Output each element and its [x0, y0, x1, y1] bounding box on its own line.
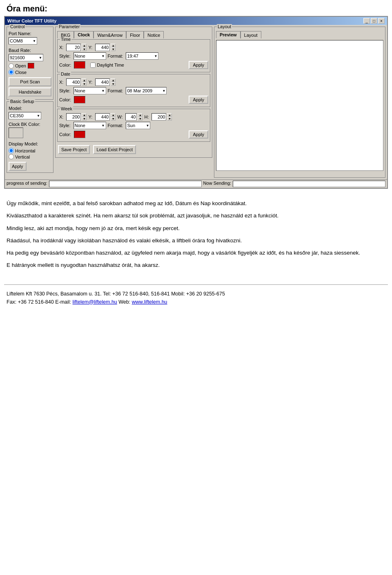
- footer-email-link[interactable]: liftelem@liftelem.hu: [73, 299, 117, 305]
- date-y-input[interactable]: [95, 78, 110, 86]
- vertical-radio[interactable]: [9, 154, 14, 159]
- week-y-down[interactable]: ▼: [111, 117, 116, 121]
- minimize-button[interactable]: _: [363, 18, 370, 24]
- time-format-combo[interactable]: 19:47 ▼: [126, 52, 158, 60]
- progress-field: [49, 181, 202, 187]
- week-h-up[interactable]: ▲: [167, 113, 172, 117]
- time-y-spin-buttons: ▲ ▼: [111, 44, 116, 51]
- date-apply-button[interactable]: Apply: [189, 96, 208, 104]
- time-x-down[interactable]: ▼: [82, 47, 87, 51]
- baud-rate-combo[interactable]: 921600 ▼: [9, 54, 43, 61]
- time-y-down[interactable]: ▼: [111, 47, 116, 51]
- footer-line1: Liftelem Kft 7630 Pécs, Basamalom u. 31.…: [7, 290, 385, 298]
- footer-web-mid: Web:: [117, 299, 132, 305]
- week-color-swatch[interactable]: [74, 131, 85, 138]
- layout-panel: Layout Preview Layout: [214, 27, 385, 178]
- control-apply-button[interactable]: Apply: [9, 162, 27, 171]
- load-project-button[interactable]: Load Exist Project: [93, 145, 136, 154]
- time-style-row: Style: None ▼ Format: 19:47 ▼: [59, 52, 208, 60]
- time-x-up[interactable]: ▲: [82, 44, 87, 47]
- date-x-down[interactable]: ▼: [82, 82, 87, 86]
- week-x-up[interactable]: ▲: [82, 113, 87, 117]
- week-w-up[interactable]: ▲: [138, 113, 143, 117]
- date-y-down[interactable]: ▼: [111, 82, 116, 86]
- tab-preview[interactable]: Preview: [216, 31, 241, 38]
- time-style-combo[interactable]: None ▼: [74, 52, 106, 60]
- parameter-group-label: Parameter: [58, 24, 80, 29]
- model-row: Model:: [9, 106, 51, 111]
- date-style-row: Style: None ▼ Format: 08 Mar 2009 ▼: [59, 87, 208, 94]
- open-radio[interactable]: [9, 63, 14, 69]
- date-style-combo[interactable]: None ▼: [74, 87, 106, 94]
- progress-label: progress of sending:: [7, 181, 47, 187]
- body-paragraph-6: E hátrányok mellett is nyugodtan használ…: [7, 261, 385, 269]
- week-format-combo[interactable]: Sun ▼: [126, 122, 150, 129]
- body-paragraph-1: Úgy működik, mint ezelőtt, a bal felső s…: [7, 199, 385, 208]
- footer-divider: [4, 284, 388, 285]
- handshake-button[interactable]: Handshake: [9, 87, 51, 96]
- time-x-spin-buttons: ▲ ▼: [82, 44, 87, 51]
- model-combo[interactable]: CE350 ▼: [9, 112, 41, 119]
- time-color-swatch[interactable]: [74, 61, 85, 69]
- week-subgroup: Week X: ▲ ▼ Y:: [57, 109, 210, 142]
- week-style-combo[interactable]: None ▼: [74, 122, 106, 129]
- display-model-label: Display Model:: [9, 141, 38, 146]
- week-h-input[interactable]: [151, 113, 166, 121]
- status-bar: progress of sending: Now Sending:: [5, 179, 387, 188]
- week-x-down[interactable]: ▼: [82, 117, 87, 121]
- parameter-tabs: BKG Clock Warn&Arrow Floor Notice: [57, 31, 210, 38]
- now-sending-label: Now Sending:: [203, 181, 232, 187]
- week-w-input[interactable]: [125, 113, 137, 121]
- baud-rate-combo-row: 921600 ▼: [9, 54, 51, 61]
- time-y-up[interactable]: ▲: [111, 44, 116, 47]
- week-y-label: Y:: [88, 114, 92, 119]
- time-apply-button[interactable]: Apply: [189, 61, 208, 69]
- week-h-label: H:: [144, 114, 149, 119]
- control-apply-wrapper: Apply: [9, 162, 51, 171]
- week-x-input[interactable]: [66, 113, 81, 121]
- close-button[interactable]: ×: [378, 18, 385, 24]
- week-x-label: X:: [59, 114, 63, 119]
- date-y-up[interactable]: ▲: [111, 78, 116, 82]
- tab-notice[interactable]: Notice: [144, 31, 164, 38]
- week-y-input[interactable]: [95, 113, 110, 121]
- footer-fax-prefix: Fax: +36 72 516-840 E-mail:: [7, 299, 73, 305]
- clock-bk-color-swatch[interactable]: [9, 128, 23, 138]
- time-style-arrow: ▼: [102, 54, 105, 58]
- horizontal-label: Horizontal: [15, 148, 36, 153]
- date-subgroup: Date X: ▲ ▼ Y:: [57, 74, 210, 107]
- tab-layout[interactable]: Layout: [241, 31, 261, 38]
- week-h-down[interactable]: ▼: [167, 117, 172, 121]
- open-label: Open: [15, 63, 26, 68]
- date-x-input[interactable]: [66, 78, 81, 86]
- time-x-input[interactable]: [66, 44, 81, 51]
- bottom-buttons: Save Project Load Exist Project: [57, 143, 210, 156]
- week-apply-button[interactable]: Apply: [189, 130, 208, 139]
- port-name-combo[interactable]: COM8 ▼: [9, 37, 37, 45]
- week-format-label: Format:: [108, 123, 123, 128]
- time-style-value: None: [75, 54, 85, 58]
- tab-floor[interactable]: Floor: [126, 31, 144, 38]
- week-w-down[interactable]: ▼: [138, 117, 143, 121]
- maximize-button[interactable]: □: [371, 18, 377, 24]
- body-text-section: Úgy működik, mint ezelőtt, a bal felső s…: [0, 195, 392, 278]
- tab-clock[interactable]: Clock: [74, 31, 94, 38]
- date-format-combo[interactable]: 08 Mar 2009 ▼: [126, 87, 167, 94]
- date-style-label: Style:: [59, 88, 71, 93]
- port-name-value: COM8: [10, 38, 23, 43]
- week-y-up[interactable]: ▲: [111, 113, 116, 117]
- time-y-input[interactable]: [95, 44, 110, 51]
- footer-website-link[interactable]: www.liftelem.hu: [132, 299, 167, 305]
- close-radio-row: Close: [9, 69, 51, 75]
- horizontal-radio[interactable]: [9, 148, 14, 153]
- display-model-radio-group: Horizontal Vertical: [9, 148, 51, 159]
- close-radio[interactable]: [9, 69, 14, 75]
- port-scan-button[interactable]: Port Scan: [9, 77, 51, 86]
- time-group-label: Time: [60, 37, 71, 42]
- date-x-up[interactable]: ▲: [82, 78, 87, 82]
- layout-group-label: Layout: [217, 24, 232, 29]
- save-project-button[interactable]: Save Project: [58, 145, 90, 154]
- tab-warn-arrow[interactable]: Warn&Arrow: [94, 31, 126, 38]
- daylight-checkbox[interactable]: [90, 63, 96, 68]
- date-color-swatch[interactable]: [74, 96, 85, 103]
